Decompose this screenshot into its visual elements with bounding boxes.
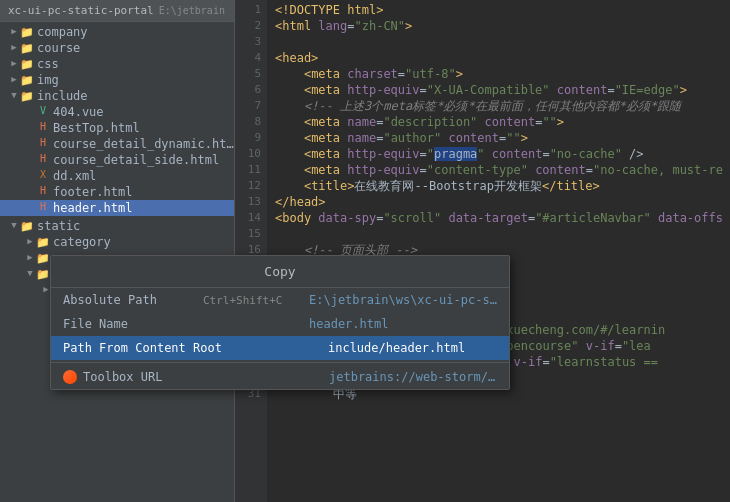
folder-icon [36,235,50,249]
folder-label: img [37,73,59,87]
toolbox-icon [63,370,77,384]
file-label: dd.xml [53,169,96,183]
context-menu-item-file-name[interactable]: File Name header.html [51,312,509,336]
code-line: <!DOCTYPE html> [275,2,730,18]
menu-item-value: E:\jetbrain\ws\xc-ui-pc-static-portal\in… [309,293,497,307]
code-editor: 1 2 3 4 5 6 7 8 9 10 11 12 13 14 15 16 1… [235,0,730,502]
menu-item-label: Toolbox URL [83,370,223,384]
menu-item-value: include/header.html [328,341,465,355]
code-line: </head> [275,194,730,210]
project-header: xc-ui-pc-static-portal E:\jetbrain [0,0,234,22]
sidebar-item-course-detail-side[interactable]: H course_detail_side.html [0,152,234,168]
arrow-icon [8,220,20,232]
html-file-icon: H [36,185,50,199]
sidebar-item-company[interactable]: company [0,24,234,40]
arrow-icon [8,58,20,70]
menu-item-value: jetbrains://web-storm/navigate/reference… [329,370,497,384]
code-line: <html lang="zh-CN"> [275,18,730,34]
code-line [275,226,730,242]
vue-file-icon: V [36,105,50,119]
html-file-icon: H [36,137,50,151]
folder-icon [36,251,50,265]
project-path: E:\jetbrain [159,5,225,16]
file-tree-sidebar: xc-ui-pc-static-portal E:\jetbrain compa… [0,0,235,502]
menu-item-value: header.html [309,317,388,331]
arrow-icon [24,268,36,280]
code-line: <body data-spy="scroll" data-target="#ar… [275,210,730,226]
code-line: <meta http-equiv="pragma" content="no-ca… [275,146,730,162]
arrow-icon [8,26,20,38]
sidebar-item-img[interactable]: img [0,72,234,88]
arrow-icon [24,252,36,264]
code-line: <!-- 上述3个meta标签*必须*在最前面，任何其他内容都*必须*跟随 [275,98,730,114]
code-line: <meta http-equiv="content-type" content=… [275,162,730,178]
menu-item-shortcut: Ctrl+Shift+C [203,294,293,307]
file-label: header.html [53,201,132,215]
menu-item-label: File Name [63,317,203,331]
context-menu-header: Copy [51,256,509,288]
folder-icon [36,267,50,281]
folder-label: company [37,25,88,39]
file-label: 404.vue [53,105,104,119]
code-line: <meta charset="utf-8"> [275,66,730,82]
arrow-icon [24,236,36,248]
arrow-icon [8,90,20,102]
context-menu-item-toolbox-url[interactable]: Toolbox URL jetbrains://web-storm/naviga… [51,365,509,389]
code-line: <meta name="description" content=""> [275,114,730,130]
xml-file-icon: X [36,169,50,183]
folder-label: static [37,219,80,233]
html-file-icon: H [36,153,50,167]
context-menu-title: Copy [51,260,509,283]
folder-icon [20,25,34,39]
folder-icon [20,219,34,233]
code-line: <meta name="author" content=""> [275,130,730,146]
folder-label: category [53,235,111,249]
folder-icon [20,41,34,55]
folder-icon [20,73,34,87]
file-label: footer.html [53,185,132,199]
arrow-icon [8,42,20,54]
file-label: BestTop.html [53,121,140,135]
folder-icon [20,89,34,103]
sidebar-item-course-detail-dynamic[interactable]: H course_detail_dynamic.html [0,136,234,152]
arrow-icon [8,74,20,86]
sidebar-item-course[interactable]: course [0,40,234,56]
file-label: course_detail_dynamic.html [53,137,234,151]
sidebar-item-static[interactable]: static [0,218,234,234]
folder-label: css [37,57,59,71]
sidebar-item-category[interactable]: category [0,234,234,250]
file-label: course_detail_side.html [53,153,219,167]
menu-item-label: Absolute Path [63,293,203,307]
html-file-icon: H [36,201,50,215]
sidebar-item-include[interactable]: include [0,88,234,104]
sidebar-item-dd-xml[interactable]: X dd.xml [0,168,234,184]
context-menu-item-absolute-path[interactable]: Absolute Path Ctrl+Shift+C E:\jetbrain\w… [51,288,509,312]
code-text: <!DOCTYPE html> <html lang="zh-CN"> <hea… [267,0,730,502]
code-line [275,34,730,50]
code-content: 1 2 3 4 5 6 7 8 9 10 11 12 13 14 15 16 1… [235,0,730,502]
folder-label: course [37,41,80,55]
project-name: xc-ui-pc-static-portal [8,4,154,17]
line-numbers: 1 2 3 4 5 6 7 8 9 10 11 12 13 14 15 16 1… [235,0,267,502]
sidebar-item-footer[interactable]: H footer.html [0,184,234,200]
folder-label: include [37,89,88,103]
menu-item-label: Path From Content Root [63,341,222,355]
html-file-icon: H [36,121,50,135]
context-menu: Copy Absolute Path Ctrl+Shift+C E:\jetbr… [50,255,510,390]
sidebar-item-besttop[interactable]: H BestTop.html [0,120,234,136]
separator [51,362,509,363]
sidebar-item-404vue[interactable]: V 404.vue [0,104,234,120]
folder-icon [20,57,34,71]
code-line: <head> [275,50,730,66]
sidebar-item-header[interactable]: H header.html [0,200,234,216]
code-line: <meta http-equiv="X-UA-Compatible" conte… [275,82,730,98]
context-menu-item-path-from-root[interactable]: Path From Content Root include/header.ht… [51,336,509,360]
sidebar-item-css[interactable]: css [0,56,234,72]
code-line: <title>在线教育网--Bootstrap开发框架</title> [275,178,730,194]
